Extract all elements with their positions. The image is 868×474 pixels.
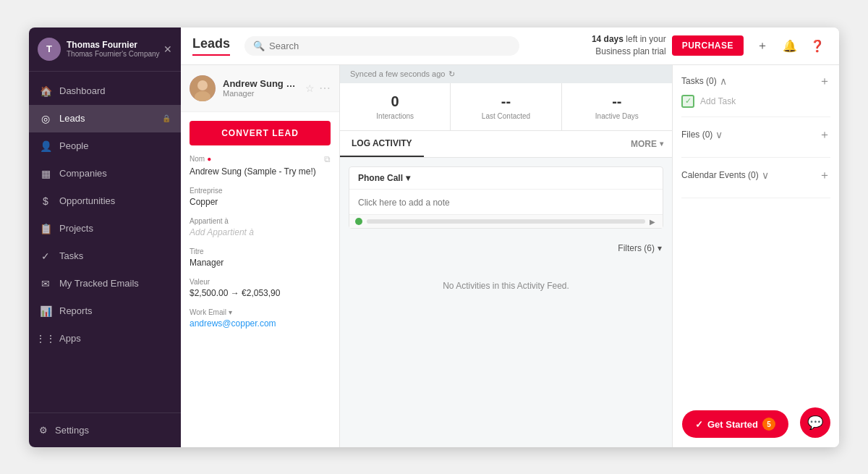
field-value-email[interactable]: andrews@copper.com [190, 318, 331, 329]
sidebar-item-tasks[interactable]: ✓ Tasks [29, 242, 181, 270]
activity-type-label: Phone Call [358, 173, 403, 183]
field-value-appartient[interactable]: Add Appartient à [190, 227, 331, 237]
chevron-up-icon[interactable]: ∧ [720, 75, 727, 87]
status-dot [355, 218, 362, 225]
search-input[interactable] [269, 41, 511, 51]
help-icon[interactable]: ❓ [807, 35, 827, 56]
sidebar-item-label: Leads [59, 113, 85, 124]
lead-info: Andrew Sung (Sa... Manager [223, 78, 298, 98]
tasks-section: Tasks (0) ∧ ＋ ✓ Add Task [681, 74, 830, 117]
chat-icon: 💬 [807, 415, 823, 431]
chevron-down-icon: ▾ [406, 173, 410, 183]
main-content: Leads 🔍 14 days left in your Business pl… [181, 27, 839, 447]
detail-fields: Nom ● ⧉ Andrew Sung (Sample - Try me!) E… [181, 154, 339, 329]
sidebar-item-opportunities[interactable]: $ Opportunities [29, 187, 181, 215]
sidebar-nav: 🏠 Dashboard ◎ Leads 🔒 👤 People ▦ Compani… [29, 72, 181, 412]
sidebar-item-companies[interactable]: ▦ Companies [29, 160, 181, 187]
notification-icon[interactable]: 🔔 [780, 35, 800, 56]
sidebar-item-reports[interactable]: 📊 Reports [29, 297, 181, 325]
opportunities-icon: $ [39, 195, 52, 208]
topbar: Leads 🔍 14 days left in your Business pl… [181, 27, 839, 65]
files-section-header: Files (0) ∨ ＋ [681, 127, 830, 143]
copy-icon[interactable]: ⧉ [324, 154, 331, 164]
sidebar-item-dashboard[interactable]: 🏠 Dashboard [29, 77, 181, 105]
task-checkbox[interactable]: ✓ [681, 95, 694, 108]
check-icon: ✓ [685, 96, 692, 106]
convert-lead-button[interactable]: CONVERT LEAD [190, 121, 331, 145]
topbar-icons: ＋ 🔔 ❓ [752, 35, 827, 56]
sidebar-item-settings[interactable]: ⚙ Settings [39, 420, 171, 440]
stat-value-interactions: 0 [347, 93, 443, 110]
tab-more[interactable]: MORE ▾ [622, 131, 672, 157]
more-icon[interactable]: ⋯ [319, 81, 331, 95]
projects-icon: 📋 [39, 222, 52, 235]
stat-value-inactive-days: -- [569, 93, 665, 110]
leads-icon: ◎ [39, 112, 52, 125]
add-file-button[interactable]: ＋ [819, 127, 830, 143]
lead-role: Manager [223, 89, 298, 98]
sync-text: Synced a few seconds ago [350, 69, 445, 78]
add-icon[interactable]: ＋ [752, 35, 773, 56]
add-task-button[interactable]: ＋ [819, 74, 830, 89]
close-icon[interactable]: ✕ [163, 43, 172, 55]
sidebar-item-people[interactable]: 👤 People [29, 132, 181, 160]
right-panel: Tasks (0) ∧ ＋ ✓ Add Task [673, 65, 839, 447]
search-bar[interactable]: 🔍 [244, 36, 519, 56]
sidebar-item-leads[interactable]: ◎ Leads 🔒 [29, 105, 181, 132]
companies-icon: ▦ [39, 167, 52, 180]
field-entreprise: Entreprise Copper [190, 187, 331, 207]
lead-avatar [190, 75, 216, 101]
field-appartient: Appartient à Add Appartient à [190, 217, 331, 237]
list-item[interactable]: Andrew Sung (Sa... Manager ☆ ⋯ [181, 65, 339, 112]
settings-label: Settings [55, 425, 89, 436]
trial-plan: Business plan trial [595, 46, 665, 56]
sync-icon: ↻ [448, 69, 455, 79]
sidebar-item-apps[interactable]: ⋮⋮ Apps [29, 325, 181, 352]
field-email: Work Email ▾ andrews@copper.com [190, 308, 331, 329]
chevron-down-icon[interactable]: ∨ [715, 129, 723, 140]
activity-tabs: LOG ACTIVITY MORE ▾ [340, 131, 672, 158]
purchase-button[interactable]: PURCHASE [672, 35, 744, 56]
stats-row: 0 Interactions -- Last Contacted -- Inac… [340, 83, 672, 131]
sync-bar: Synced a few seconds ago ↻ [340, 65, 672, 83]
sidebar-settings: ⚙ Settings [29, 412, 181, 447]
sidebar-item-label: Reports [59, 305, 93, 316]
field-label-nom: Nom [190, 155, 205, 163]
add-task-row[interactable]: ✓ Add Task [681, 95, 830, 108]
chat-button[interactable]: 💬 [800, 407, 830, 438]
content-area: Andrew Sung (Sa... Manager ☆ ⋯ CONVERT L… [181, 65, 839, 447]
stat-label-last-contacted: Last Contacted [458, 112, 553, 120]
required-indicator: ● [207, 155, 211, 163]
filters-button[interactable]: Filters (6) ▾ [618, 243, 662, 253]
stat-label-inactive-days: Inactive Days [569, 112, 665, 120]
field-label-titre: Titre [190, 247, 204, 255]
trial-text: 14 days left in your Business plan trial [592, 33, 666, 58]
field-value-titre: Manager [190, 258, 331, 268]
no-activity-message: No Activities in this Activity Feed. [340, 259, 672, 313]
chevron-down-icon: ▾ [660, 140, 663, 148]
get-started-button[interactable]: ✓ Get Started 5 [682, 410, 788, 438]
user-company: Thomas Fournier's Company [67, 50, 160, 58]
get-started-icon: ✓ [695, 419, 703, 430]
avatar: T [38, 38, 61, 61]
sidebar-item-tracked-emails[interactable]: ✉ My Tracked Emails [29, 270, 181, 297]
scroll-bar[interactable] [367, 219, 645, 224]
filters-bar: Filters (6) ▾ [340, 237, 672, 259]
tab-log-activity[interactable]: LOG ACTIVITY [340, 131, 424, 157]
activity-input [349, 190, 663, 214]
settings-icon: ⚙ [39, 425, 48, 436]
activity-type[interactable]: Phone Call ▾ [349, 167, 663, 190]
files-title: Files (0) [681, 130, 712, 140]
field-titre: Titre Manager [190, 247, 331, 268]
add-event-button[interactable]: ＋ [819, 168, 830, 183]
sidebar: T Thomas Fournier Thomas Fournier's Comp… [29, 27, 181, 447]
star-icon[interactable]: ☆ [305, 82, 315, 94]
stat-last-contacted: -- Last Contacted [451, 83, 561, 130]
chevron-down-icon[interactable]: ∨ [762, 169, 769, 181]
sidebar-item-projects[interactable]: 📋 Projects [29, 215, 181, 242]
note-input[interactable] [358, 198, 654, 208]
get-started-badge: 5 [762, 418, 775, 431]
svg-point-1 [197, 80, 208, 90]
trial-info: 14 days left in your Business plan trial… [592, 33, 744, 58]
calendar-section: Calendar Events (0) ∨ ＋ [681, 168, 830, 198]
